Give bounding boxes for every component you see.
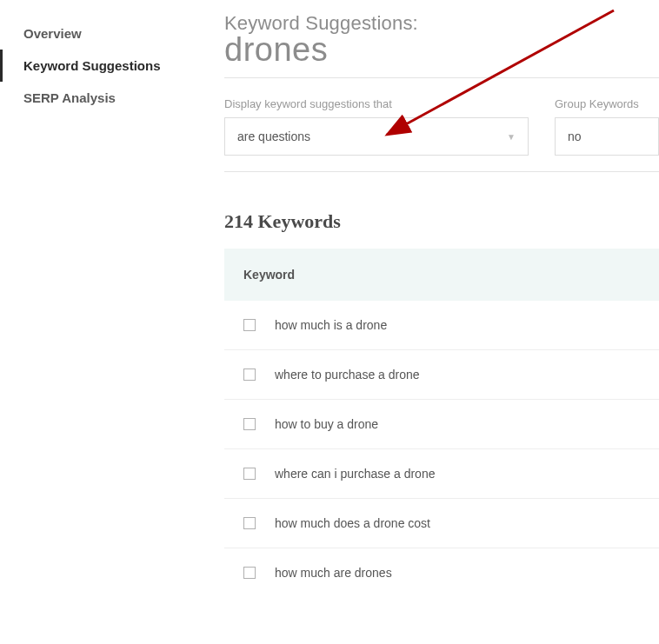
- keyword-cell: where can i purchase a drone: [275, 467, 435, 481]
- divider: [224, 77, 659, 78]
- keyword-cell: how much are drones: [275, 566, 392, 580]
- table-row: where can i purchase a drone: [224, 449, 659, 499]
- filter-display-value: are questions: [237, 129, 310, 143]
- sidebar-item-serp-analysis[interactable]: SERP Analysis: [0, 82, 183, 114]
- table-row: how much does a drone cost: [224, 499, 659, 548]
- filter-group-select[interactable]: no: [555, 117, 659, 156]
- sidebar: Overview Keyword Suggestions SERP Analys…: [0, 0, 183, 597]
- filters-row: Display keyword suggestions that are que…: [224, 97, 659, 156]
- divider: [224, 171, 659, 172]
- filter-display-select[interactable]: are questions ▼: [224, 117, 529, 156]
- main-content: Keyword Suggestions: drones Display keyw…: [183, 0, 659, 597]
- row-checkbox[interactable]: [243, 368, 256, 381]
- sidebar-item-keyword-suggestions[interactable]: Keyword Suggestions: [0, 50, 183, 82]
- filter-group-value: no: [568, 129, 582, 143]
- keyword-cell: how much is a drone: [275, 318, 387, 332]
- keyword-cell: how much does a drone cost: [275, 516, 430, 530]
- table-row: where to purchase a drone: [224, 350, 659, 400]
- table-row: how to buy a drone: [224, 400, 659, 449]
- row-checkbox[interactable]: [243, 517, 256, 529]
- table-row: how much is a drone: [224, 301, 659, 350]
- keyword-cell: how to buy a drone: [275, 417, 378, 431]
- page-title-keyword: drones: [224, 31, 659, 69]
- table-header: Keyword: [224, 249, 659, 301]
- sidebar-item-overview[interactable]: Overview: [0, 17, 183, 50]
- filter-group-label: Group Keywords: [555, 97, 659, 110]
- results-count-heading: 214 Keywords: [224, 210, 659, 233]
- filter-group-keywords-group: Group Keywords no: [555, 97, 659, 156]
- chevron-down-icon: ▼: [507, 132, 516, 142]
- table-row: how much are drones: [224, 548, 659, 597]
- filter-display-group: Display keyword suggestions that are que…: [224, 97, 529, 156]
- row-checkbox[interactable]: [243, 418, 256, 430]
- row-checkbox[interactable]: [243, 468, 256, 480]
- column-header-keyword: Keyword: [243, 268, 295, 282]
- results-table: how much is a drone where to purchase a …: [224, 301, 659, 597]
- row-checkbox[interactable]: [243, 567, 256, 579]
- row-checkbox[interactable]: [243, 319, 256, 331]
- keyword-cell: where to purchase a drone: [275, 368, 420, 382]
- filter-display-label: Display keyword suggestions that: [224, 97, 529, 110]
